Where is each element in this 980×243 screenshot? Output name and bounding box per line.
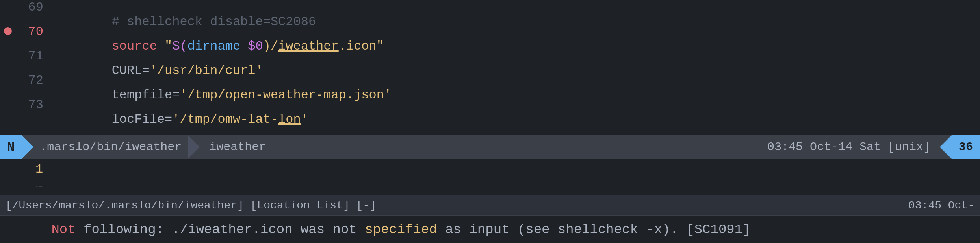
status-filename: iweather (200, 135, 275, 159)
string-locfile-lat: -lat- (240, 112, 278, 127)
status-right: 03:45 Oct-14 Sat [unix] 36 (758, 135, 980, 159)
code-line-73: 73 locFile='/tmp/omw-lat-lon' (0, 98, 980, 122)
error-not: Not (51, 222, 75, 237)
code-line-70: 70 source "$(dirname $0)/iweather.icon" (0, 24, 980, 49)
error-specified: specified (365, 222, 437, 237)
line-number-70: 70 (16, 24, 51, 39)
cursor-line: 1 (0, 159, 980, 179)
location-time: 03:45 Oct- (908, 199, 974, 212)
line-number-71: 71 (16, 49, 51, 63)
tilde-char: ~ (35, 180, 43, 195)
status-mode-arrow (22, 135, 33, 159)
code-section: 69 # shellcheck disable=SC2086 70 source… (0, 0, 980, 135)
error-bar: Not following: ./iweather.icon was not s… (0, 215, 980, 243)
line-number-72: 72 (16, 73, 51, 88)
line-number-69: 69 (16, 0, 51, 15)
error-following: following: ./iweather.icon was not (76, 222, 365, 237)
code-line-72: 72 tempfile='/tmp/open-weather-map.json' (0, 73, 980, 98)
tilde-line: ~ (0, 179, 980, 195)
string-locfile-close: ' (301, 112, 308, 127)
code-line-71: 71 CURL='/usr/bin/curl' (0, 49, 980, 73)
error-text: Not following: ./iweather.icon was not s… (3, 207, 751, 243)
line-number-73: 73 (16, 98, 51, 112)
status-time: 03:45 Oct-14 Sat [unix] (758, 140, 940, 154)
string-locfile-val1: '/tmp/ (172, 112, 217, 127)
breakpoint-col-70 (0, 27, 16, 35)
var-locfile: locFile (112, 112, 165, 127)
code-line-69: 69 # shellcheck disable=SC2086 (0, 0, 980, 24)
string-locfile-lon: lon (278, 112, 301, 127)
status-filetype: 36 (952, 135, 980, 159)
status-path: .marslo/bin/iweather (33, 135, 188, 159)
eq-73: = (165, 112, 172, 127)
breakpoint-icon-70 (4, 27, 12, 35)
string-locfile-omw: omw (217, 112, 240, 127)
status-path-arrow (188, 135, 200, 159)
status-mode: N (0, 135, 22, 159)
line-content-73: locFile='/tmp/omw-lat-lon' (51, 98, 980, 135)
status-filetype-arrow (940, 135, 952, 159)
cursor-number: 1 (35, 162, 43, 177)
error-rest: as input (see shellcheck -x). [SC1091] (437, 222, 751, 237)
status-bar: N .marslo/bin/iweather iweather 03:45 Oc… (0, 135, 980, 159)
editor-area: 69 # shellcheck disable=SC2086 70 source… (0, 0, 980, 243)
